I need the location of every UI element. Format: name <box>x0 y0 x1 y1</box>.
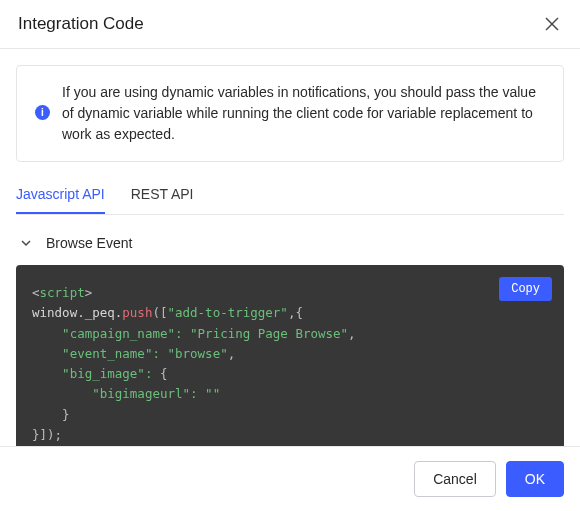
info-text: If you are using dynamic variables in no… <box>62 82 545 145</box>
code-block: Copy <script> window._peq.push(["add-to-… <box>16 265 564 463</box>
accordion-label: Browse Event <box>46 235 132 251</box>
tab-rest-api[interactable]: REST API <box>131 176 194 214</box>
modal-title: Integration Code <box>18 14 144 34</box>
modal-header: Integration Code <box>0 0 580 49</box>
accordion-browse-event[interactable]: Browse Event <box>16 215 564 265</box>
tab-javascript-api[interactable]: Javascript API <box>16 176 105 214</box>
modal-footer: Cancel OK <box>0 446 580 511</box>
close-button[interactable] <box>542 14 562 34</box>
cancel-button[interactable]: Cancel <box>414 461 496 497</box>
ok-button[interactable]: OK <box>506 461 564 497</box>
info-banner: i If you are using dynamic variables in … <box>16 65 564 162</box>
modal-body: i If you are using dynamic variables in … <box>0 49 580 479</box>
info-icon: i <box>35 105 50 120</box>
chevron-down-icon <box>20 237 32 249</box>
code-content: <script> window._peq.push(["add-to-trigg… <box>32 283 548 445</box>
tab-bar: Javascript API REST API <box>16 176 564 215</box>
close-icon <box>545 17 559 31</box>
copy-button[interactable]: Copy <box>499 277 552 301</box>
